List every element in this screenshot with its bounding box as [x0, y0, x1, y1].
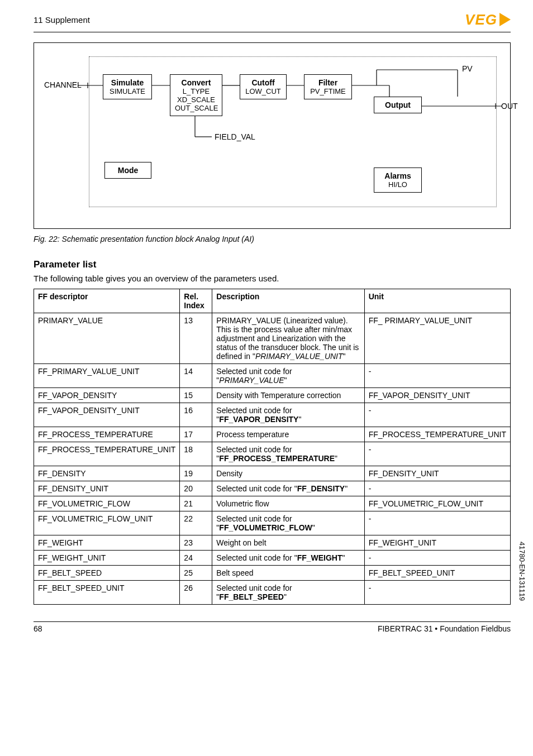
diagram-frame: CHANNEL Simulate SIMULATE Convert L_TYPE…	[34, 42, 511, 229]
table-row: FF_BELT_SPEED25Belt speedFF_BELT_SPEED_U…	[34, 566, 511, 581]
cell-idx: 21	[180, 496, 212, 511]
diagram-box-alarms: Alarms HI/LO	[374, 168, 422, 193]
page-number: 68	[34, 624, 42, 633]
parameter-list-intro: The following table gives you an overvie…	[34, 274, 511, 283]
table-row: FF_VOLUMETRIC_FLOW_UNIT22Selected unit c…	[34, 511, 511, 535]
logo-text: VEG	[465, 11, 497, 28]
diagram-label-fieldval: FIELD_VAL	[215, 132, 255, 141]
table-row: FF_VAPOR_DENSITY15Density with Temperatu…	[34, 388, 511, 403]
cell-idx: 19	[180, 466, 212, 481]
cell-unit: -	[364, 403, 510, 427]
diagram-box-cutoff: Cutoff LOW_CUT	[240, 74, 287, 99]
cell-idx: 25	[180, 566, 212, 581]
diagram-box-sub: L_TYPE XD_SCALE OUT_SCALE	[175, 87, 217, 112]
cell-unit: -	[364, 364, 510, 388]
cell-desc: Selected unit code for "FF_WEIGHT"	[212, 551, 364, 566]
cell-desc: Weight on belt	[212, 535, 364, 551]
diagram-box-title: Filter	[309, 78, 347, 87]
page-header: 11 Supplement VEG	[34, 11, 511, 32]
diagram-box-sub: SIMULATE	[108, 87, 147, 95]
cell-ff: FF_DENSITY	[34, 466, 180, 481]
diagram-box-title: Alarms	[379, 171, 417, 180]
cell-unit: FF_PROCESS_TEMPERATURE_UNIT	[364, 427, 510, 442]
cell-ff: FF_VOLUMETRIC_FLOW	[34, 496, 180, 511]
diagram-box-sub: HI/LO	[379, 180, 417, 189]
cell-desc: Density with Temperature correction	[212, 388, 364, 403]
table-row: FF_BELT_SPEED_UNIT26Selected unit code f…	[34, 581, 511, 605]
cell-unit: FF_ PRIMARY_VALUE_UNIT	[364, 313, 510, 364]
col-header-idx: Rel. Index	[180, 289, 212, 313]
cell-ff: FF_PRIMARY_VALUE_UNIT	[34, 364, 180, 388]
parameter-table: FF descriptor Rel. Index Description Uni…	[34, 289, 511, 605]
diagram-box-title: Output	[379, 101, 417, 109]
cell-desc: Selected unit code for "FF_BELT_SPEED"	[212, 581, 364, 605]
logo-triangle-icon	[499, 13, 511, 26]
cell-desc: Selected unit code for "FF_PROCESS_TEMPE…	[212, 442, 364, 466]
diagram-box-sub: LOW_CUT	[245, 87, 282, 95]
diagram-label-pv: PV	[462, 64, 473, 73]
diagram-box-convert: Convert L_TYPE XD_SCALE OUT_SCALE	[170, 74, 222, 116]
figure-caption: Fig. 22: Schematic presentation function…	[34, 235, 511, 243]
table-row: FF_WEIGHT_UNIT24Selected unit code for "…	[34, 551, 511, 566]
table-row: FF_PROCESS_TEMPERATURE17Process temperat…	[34, 427, 511, 442]
cell-ff: FF_PROCESS_TEMPERATURE_UNIT	[34, 442, 180, 466]
diagram-box-filter: Filter PV_FTIME	[304, 74, 352, 99]
cell-desc: Density	[212, 466, 364, 481]
cell-idx: 14	[180, 364, 212, 388]
cell-idx: 16	[180, 403, 212, 427]
cell-idx: 22	[180, 511, 212, 535]
table-row: FF_PRIMARY_VALUE_UNIT14Selected unit cod…	[34, 364, 511, 388]
cell-unit: FF_VAPOR_DENSITY_UNIT	[364, 388, 510, 403]
cell-unit: -	[364, 581, 510, 605]
section-title: 11 Supplement	[34, 15, 90, 25]
cell-ff: FF_PROCESS_TEMPERATURE	[34, 427, 180, 442]
cell-ff: FF_WEIGHT	[34, 535, 180, 551]
cell-unit: FF_VOLUMETRIC_FLOW_UNIT	[364, 496, 510, 511]
brand-logo: VEG	[465, 11, 511, 28]
cell-unit: -	[364, 511, 510, 535]
cell-desc: Selected unit code for "FF_VAPOR_DENSITY…	[212, 403, 364, 427]
function-block-diagram: CHANNEL Simulate SIMULATE Convert L_TYPE…	[44, 53, 502, 215]
col-header-ff: FF descriptor	[34, 289, 180, 313]
cell-unit: FF_BELT_SPEED_UNIT	[364, 566, 510, 581]
diagram-box-mode: Mode	[104, 162, 151, 179]
diagram-box-title: Mode	[110, 166, 146, 175]
diagram-label-out: OUT	[501, 102, 518, 111]
cell-ff: FF_BELT_SPEED_UNIT	[34, 581, 180, 605]
parameter-list-heading: Parameter list	[34, 259, 511, 270]
table-row: PRIMARY_VALUE13PRIMARY_VALUE (Linearized…	[34, 313, 511, 364]
table-header-row: FF descriptor Rel. Index Description Uni…	[34, 289, 511, 313]
diagram-box-sub: PV_FTIME	[309, 87, 347, 95]
cell-ff: FF_VAPOR_DENSITY	[34, 388, 180, 403]
cell-desc: Selected unit code for "FF_VOLUMETRIC_FL…	[212, 511, 364, 535]
cell-ff: FF_VAPOR_DENSITY_UNIT	[34, 403, 180, 427]
cell-unit: FF_WEIGHT_UNIT	[364, 535, 510, 551]
table-row: FF_DENSITY_UNIT20Selected unit code for …	[34, 481, 511, 496]
cell-desc: Selected unit code for "FF_DENSITY"	[212, 481, 364, 496]
cell-unit: -	[364, 481, 510, 496]
cell-ff: FF_DENSITY_UNIT	[34, 481, 180, 496]
table-row: FF_VAPOR_DENSITY_UNIT16Selected unit cod…	[34, 403, 511, 427]
cell-idx: 23	[180, 535, 212, 551]
cell-ff: FF_BELT_SPEED	[34, 566, 180, 581]
cell-unit: -	[364, 551, 510, 566]
diagram-box-title: Convert	[175, 78, 217, 87]
cell-desc: Volumetric flow	[212, 496, 364, 511]
diagram-box-title: Cutoff	[245, 78, 282, 87]
cell-ff: PRIMARY_VALUE	[34, 313, 180, 364]
diagram-box-title: Simulate	[108, 78, 147, 87]
cell-ff: FF_WEIGHT_UNIT	[34, 551, 180, 566]
cell-idx: 13	[180, 313, 212, 364]
footer-doc-title: FIBERTRAC 31 • Foundation Fieldbus	[378, 624, 511, 633]
table-row: FF_DENSITY19DensityFF_DENSITY_UNIT	[34, 466, 511, 481]
cell-idx: 15	[180, 388, 212, 403]
cell-desc: PRIMARY_VALUE (Linearized value). This i…	[212, 313, 364, 364]
diagram-label-channel: CHANNEL	[44, 80, 82, 89]
col-header-unit: Unit	[364, 289, 510, 313]
cell-desc: Selected unit code for "PRIMARY_VALUE"	[212, 364, 364, 388]
page-footer: 68 FIBERTRAC 31 • Foundation Fieldbus	[34, 621, 511, 633]
cell-desc: Belt speed	[212, 566, 364, 581]
cell-ff: FF_VOLUMETRIC_FLOW_UNIT	[34, 511, 180, 535]
cell-idx: 17	[180, 427, 212, 442]
table-row: FF_WEIGHT23Weight on beltFF_WEIGHT_UNIT	[34, 535, 511, 551]
